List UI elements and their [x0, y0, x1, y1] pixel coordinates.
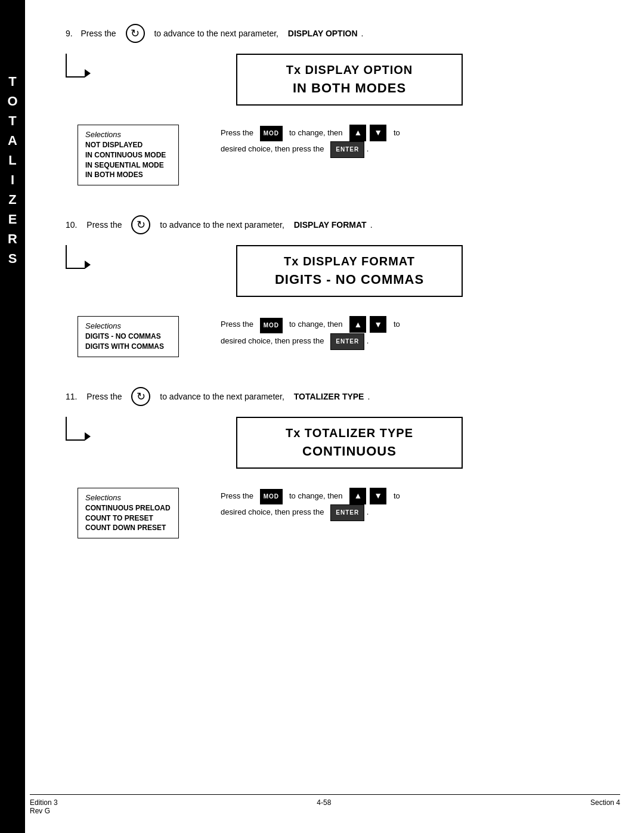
step-9-down-arrow[interactable]: ▼: [370, 125, 386, 141]
step-11-left-panel: Selections CONTINUOUS PRELOAD COUNT TO P…: [78, 488, 197, 538]
step-9-instr4: desired choice, then press the: [221, 144, 324, 153]
step-9-text-before: Press the: [80, 29, 116, 38]
step-11-text-after: to advance to the next parameter,: [160, 392, 284, 401]
step-10-right-panel: Press the MOD to change, then ▲ ▼ to des…: [221, 316, 608, 349]
arrow-right-10: [85, 261, 91, 269]
step-9-display-box: Tx DISPLAY OPTION IN BOTH MODES: [236, 54, 463, 106]
step-10-text-after: to advance to the next parameter,: [160, 220, 284, 230]
step-9-instruction: 9. Press the to advance to the next para…: [66, 24, 608, 43]
step-9-instr2: to change, then: [289, 128, 343, 137]
footer-rev: Rev G: [30, 807, 58, 815]
step-11-box-line1: Tx TOTALIZER TYPE: [249, 426, 450, 440]
step-11-param-name: TOTALIZER TYPE: [294, 392, 364, 401]
step-9-enter-button[interactable]: ENTER: [330, 141, 364, 158]
sidebar-letter-a: A: [8, 131, 17, 150]
step-10-selections-title: Selections: [85, 321, 171, 330]
footer-edition: Edition 3: [30, 798, 58, 807]
step-11-text-before: Press the: [86, 392, 122, 401]
sidebar-letter-l: L: [8, 150, 16, 170]
step-10-instr2: to change, then: [289, 320, 343, 329]
step-11-box-line2: CONTINUOUS: [249, 444, 450, 459]
step-11-number: 11.: [66, 392, 77, 401]
step-11-instructions: Press the MOD to change, then ▲ ▼ to des…: [221, 488, 608, 521]
step-11-enter-button[interactable]: ENTER: [330, 504, 364, 521]
arrow-right-11: [85, 432, 91, 441]
step-9-controls: Selections NOT DISPLAYED IN CONTINUOUS M…: [66, 125, 608, 185]
step-10-instr3: to: [394, 320, 400, 329]
step-10-left-panel: Selections DIGITS - NO COMMAS DIGITS WIT…: [78, 316, 197, 357]
step-9: 9. Press the to advance to the next para…: [66, 24, 608, 185]
step-9-number: 9.: [66, 29, 77, 38]
step-11-selections-box: Selections CONTINUOUS PRELOAD COUNT TO P…: [78, 488, 179, 538]
sidebar-letter-e: E: [8, 209, 17, 229]
step-10-instr5: .: [367, 336, 369, 345]
step-11-down-arrow[interactable]: ▼: [370, 488, 386, 504]
step-9-instr5: .: [367, 144, 369, 153]
step-9-right-panel: Press the MOD to change, then ▲ ▼ to des…: [221, 125, 608, 158]
step-10-number: 10.: [66, 220, 77, 230]
step-10-down-arrow[interactable]: ▼: [370, 316, 386, 333]
arrow-right-9: [85, 69, 91, 78]
footer-page-number: 4-58: [317, 798, 331, 815]
step-10-selections-box: Selections DIGITS - NO COMMAS DIGITS WIT…: [78, 316, 179, 357]
sidebar: T O T A L I Z E R S: [0, 0, 25, 833]
step-9-press-button[interactable]: [126, 24, 145, 43]
step-10-instruction: 10. Press the to advance to the next par…: [66, 215, 608, 234]
sidebar-letter-s: S: [8, 249, 17, 268]
step-9-mod-button[interactable]: MOD: [260, 126, 283, 141]
step-10-controls: Selections DIGITS - NO COMMAS DIGITS WIT…: [66, 316, 608, 357]
step-9-selections-title: Selections: [85, 130, 171, 139]
step-9-instr1: Press the: [221, 128, 253, 137]
sidebar-letter-t2: T: [8, 111, 16, 131]
step-11-sel-3: COUNT DOWN PRESET: [85, 523, 171, 533]
step-9-sel-1: NOT DISPLAYED: [85, 140, 171, 150]
step-11-instr2: to change, then: [289, 491, 343, 500]
sidebar-letter-z: Z: [8, 190, 16, 209]
step-9-selections-box: Selections NOT DISPLAYED IN CONTINUOUS M…: [78, 125, 179, 185]
step-11-right-panel: Press the MOD to change, then ▲ ▼ to des…: [221, 488, 608, 521]
step-9-sel-3: IN SEQUENTIAL MODE: [85, 160, 171, 171]
step-11-sel-2: COUNT TO PRESET: [85, 513, 171, 524]
step-10-instr1: Press the: [221, 320, 253, 329]
step-10-instructions: Press the MOD to change, then ▲ ▼ to des…: [221, 316, 608, 349]
step-10-mod-button[interactable]: MOD: [260, 318, 283, 333]
step-11-instruction: 11. Press the to advance to the next par…: [66, 387, 608, 406]
step-11-display-box: Tx TOTALIZER TYPE CONTINUOUS: [236, 417, 463, 469]
step-11-instr3: to: [394, 491, 400, 500]
sidebar-letter-i: I: [11, 170, 14, 190]
step-10: 10. Press the to advance to the next par…: [66, 215, 608, 357]
sidebar-letter-t: T: [8, 72, 16, 91]
step-9-param-name: DISPLAY OPTION: [288, 29, 358, 38]
step-10-enter-button[interactable]: ENTER: [330, 333, 364, 350]
step-10-display-box: Tx DISPLAY FORMAT DIGITS - NO COMMAS: [236, 245, 463, 297]
step-10-sel-1: DIGITS - NO COMMAS: [85, 332, 171, 342]
step-11-instr1: Press the: [221, 491, 253, 500]
step-9-left-panel: Selections NOT DISPLAYED IN CONTINUOUS M…: [78, 125, 197, 185]
step-9-up-arrow[interactable]: ▲: [349, 125, 366, 141]
step-9-sel-2: IN CONTINUOUS MODE: [85, 150, 171, 160]
step-11-instr5: .: [367, 507, 369, 516]
step-10-box-line2: DIGITS - NO COMMAS: [249, 272, 450, 287]
step-11-sel-1: CONTINUOUS PRELOAD: [85, 503, 171, 513]
step-11: 11. Press the to advance to the next par…: [66, 387, 608, 538]
footer: Edition 3 Rev G 4-58 Section 4: [30, 794, 620, 815]
step-11-instr4: desired choice, then press the: [221, 507, 324, 516]
step-10-text-before: Press the: [86, 220, 122, 230]
step-10-up-arrow[interactable]: ▲: [349, 316, 366, 333]
step-10-press-button[interactable]: [131, 215, 150, 234]
step-10-sel-2: DIGITS WITH COMMAS: [85, 342, 171, 352]
sidebar-letter-r: R: [8, 229, 17, 249]
step-10-instr4: desired choice, then press the: [221, 336, 324, 345]
step-10-param-name: DISPLAY FORMAT: [294, 220, 367, 230]
footer-section: Section 4: [590, 798, 620, 815]
footer-left: Edition 3 Rev G: [30, 798, 58, 815]
step-11-up-arrow[interactable]: ▲: [349, 488, 366, 504]
step-11-selections-title: Selections: [85, 493, 171, 502]
step-9-box-line1: Tx DISPLAY OPTION: [249, 63, 450, 77]
step-9-sel-4: IN BOTH MODES: [85, 170, 171, 180]
sidebar-letter-o: O: [7, 91, 17, 111]
step-11-mod-button[interactable]: MOD: [260, 489, 283, 504]
step-9-instr3: to: [394, 128, 400, 137]
step-11-press-button[interactable]: [131, 387, 150, 406]
step-9-text-after: to advance to the next parameter,: [154, 29, 278, 38]
